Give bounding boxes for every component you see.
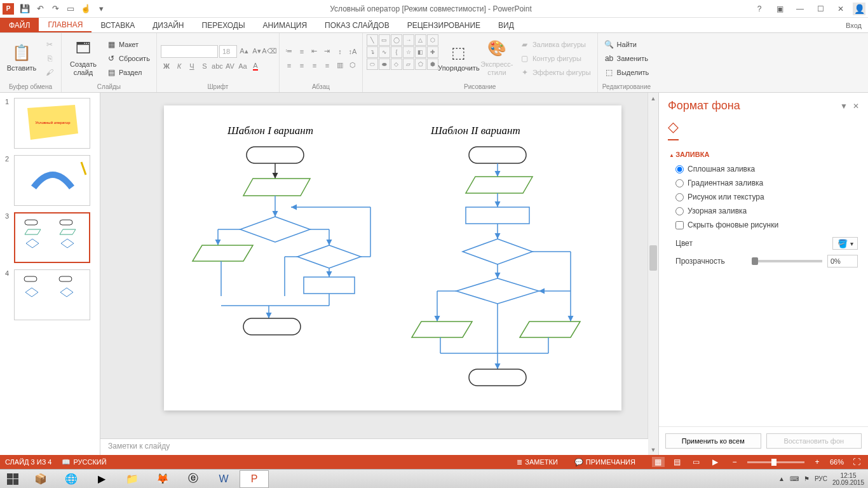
bold-button[interactable]: Ж xyxy=(161,60,172,72)
zoom-slider[interactable] xyxy=(747,461,804,463)
italic-button[interactable]: К xyxy=(173,60,185,72)
save-icon[interactable]: 💾 xyxy=(18,2,32,16)
decrease-font-icon[interactable]: A▾ xyxy=(251,46,262,57)
tab-insert[interactable]: ВСТАВКА xyxy=(92,18,144,32)
shape-star[interactable]: ☆ xyxy=(403,46,414,58)
shape-effects-button[interactable]: ✦Эффекты фигуры xyxy=(517,66,593,79)
shape-more2[interactable]: ⬬ xyxy=(379,58,390,70)
align-left-button[interactable]: ≡ xyxy=(283,60,295,71)
shape-arrow[interactable]: → xyxy=(403,34,414,46)
pane-dropdown-icon[interactable]: ▼ xyxy=(840,102,848,111)
numbering-button[interactable]: ≡ xyxy=(296,46,308,57)
shape-rect[interactable]: ▭ xyxy=(379,34,390,46)
text-direction-button[interactable]: ↕A xyxy=(347,46,358,57)
tab-slideshow[interactable]: ПОКАЗ СЛАЙДОВ xyxy=(316,18,398,32)
scroll-thumb[interactable] xyxy=(649,245,657,271)
slide-thumb-3[interactable] xyxy=(14,212,90,263)
fill-category-icon[interactable]: ◇ xyxy=(668,118,679,140)
notes-toggle[interactable]: ≣ЗАМЕТКИ xyxy=(517,458,558,466)
color-picker[interactable]: 🪣▾ xyxy=(832,237,858,250)
slide-thumb-1[interactable]: Условный оператор xyxy=(14,98,90,149)
tab-view[interactable]: ВИД xyxy=(489,18,523,32)
paste-button[interactable]: 📋 Вставить xyxy=(4,34,39,82)
transparency-spinbox[interactable]: 0% xyxy=(827,255,858,268)
task-ie[interactable]: ⓔ xyxy=(179,470,208,488)
increase-font-icon[interactable]: A▴ xyxy=(238,46,250,57)
slide-editor[interactable]: Шаблон I вариант Шаблон II вариант xyxy=(100,93,658,455)
tab-transitions[interactable]: ПЕРЕХОДЫ xyxy=(193,18,254,32)
task-word[interactable]: W xyxy=(209,470,238,488)
zoom-in-icon[interactable]: + xyxy=(811,457,824,467)
underline-button[interactable]: Ч xyxy=(186,60,198,72)
shape-more3[interactable]: ◇ xyxy=(391,58,402,70)
section-button[interactable]: ▤Раздел xyxy=(104,66,153,79)
shape-plus[interactable]: ✚ xyxy=(427,46,438,58)
shape-oval[interactable]: ◯ xyxy=(391,34,402,46)
find-button[interactable]: 🔍Найти xyxy=(602,38,652,51)
pane-close-icon[interactable]: ✕ xyxy=(853,102,859,111)
justify-button[interactable]: ≡ xyxy=(322,60,333,71)
tray-keyboard-icon[interactable]: ⌨ xyxy=(790,475,799,482)
decrease-indent-button[interactable]: ⇤ xyxy=(309,46,320,57)
tray-lang[interactable]: РУС xyxy=(815,475,827,482)
shape-callout[interactable]: ◧ xyxy=(415,46,426,58)
zoom-out-icon[interactable]: − xyxy=(728,457,741,467)
radio-pattern-fill[interactable]: Узорная заливка xyxy=(669,207,858,215)
radio-solid-fill[interactable]: Сплошная заливка xyxy=(669,165,858,173)
slide-counter[interactable]: СЛАЙД 3 ИЗ 4 xyxy=(5,458,51,466)
sorter-view-icon[interactable]: ▤ xyxy=(671,457,684,467)
tab-file[interactable]: ФАЙЛ xyxy=(0,18,39,32)
slide-thumb-2[interactable] xyxy=(14,155,90,206)
strike-button[interactable]: S xyxy=(199,60,210,72)
task-app-1[interactable]: 📦 xyxy=(26,470,55,488)
editor-scrollbar-vertical[interactable]: ▲ ▼ xyxy=(648,93,658,455)
shape-curve[interactable]: ∿ xyxy=(379,46,390,58)
radio-gradient-fill[interactable]: Градиентная заливка xyxy=(669,179,858,187)
shape-tri[interactable]: △ xyxy=(415,34,426,46)
close-icon[interactable]: ✕ xyxy=(832,3,849,15)
cut-button[interactable]: ✂ xyxy=(42,38,57,51)
qat-dropdown-icon[interactable]: ▾ xyxy=(94,2,108,16)
shape-more4[interactable]: ▱ xyxy=(403,58,414,70)
fit-to-window-icon[interactable]: ⛶ xyxy=(850,457,863,467)
align-center-button[interactable]: ≡ xyxy=(296,60,308,71)
case-button[interactable]: Aa xyxy=(237,60,248,72)
font-name-combo[interactable] xyxy=(161,45,218,58)
start-button[interactable] xyxy=(0,470,25,489)
reset-bg-button[interactable]: Восстановить фон xyxy=(766,433,862,449)
slideshow-view-icon[interactable]: ▶ xyxy=(709,457,722,467)
shape-brace[interactable]: { xyxy=(391,46,402,58)
reading-view-icon[interactable]: ▭ xyxy=(690,457,703,467)
arrange-button[interactable]: ⬚ Упорядочить xyxy=(441,34,477,82)
layout-button[interactable]: ▦Макет xyxy=(104,38,153,51)
shape-more5[interactable]: ⬠ xyxy=(415,58,426,70)
scroll-down-icon[interactable]: ▼ xyxy=(648,444,658,455)
undo-icon[interactable]: ↶ xyxy=(33,2,47,16)
clear-format-icon[interactable]: A⌫ xyxy=(264,46,275,57)
quick-styles-button[interactable]: 🎨 Экспресс-стили xyxy=(479,34,515,82)
copy-button[interactable]: ⎘ xyxy=(42,52,57,65)
transparency-slider[interactable] xyxy=(752,260,823,262)
scroll-up-icon[interactable]: ▲ xyxy=(648,93,658,104)
task-powerpoint[interactable]: P xyxy=(240,470,269,488)
start-from-beginning-icon[interactable]: ▭ xyxy=(64,2,78,16)
new-slide-button[interactable]: 🗔 Создать слайд xyxy=(65,34,101,82)
smartart-button[interactable]: ⬡ xyxy=(347,60,358,71)
signin-link[interactable]: Вход xyxy=(846,18,868,32)
format-painter-button[interactable]: 🖌 xyxy=(42,66,57,79)
shape-line[interactable]: ╲ xyxy=(367,34,378,46)
notes-pane[interactable]: Заметки к слайду xyxy=(100,438,648,455)
slide-thumb-4[interactable] xyxy=(14,269,90,320)
shape-hex[interactable]: ⬡ xyxy=(427,34,438,46)
ribbon-display-icon[interactable]: ▣ xyxy=(771,3,788,15)
comments-toggle[interactable]: 💬ПРИМЕЧАНИЯ xyxy=(574,458,635,466)
tab-design[interactable]: ДИЗАЙН xyxy=(144,18,193,32)
shape-fill-button[interactable]: ▰Заливка фигуры xyxy=(517,38,593,51)
tray-chevron-icon[interactable]: ▲ xyxy=(778,475,785,482)
apply-all-button[interactable]: Применить ко всем xyxy=(665,433,761,449)
tray-clock[interactable]: 12:15 20.09.2015 xyxy=(832,472,864,486)
language-indicator[interactable]: 📖РУССКИЙ xyxy=(62,458,106,466)
shape-more6[interactable]: ⬢ xyxy=(427,58,438,70)
tab-home[interactable]: ГЛАВНАЯ xyxy=(39,18,92,32)
select-button[interactable]: ⬚Выделить xyxy=(602,66,652,79)
